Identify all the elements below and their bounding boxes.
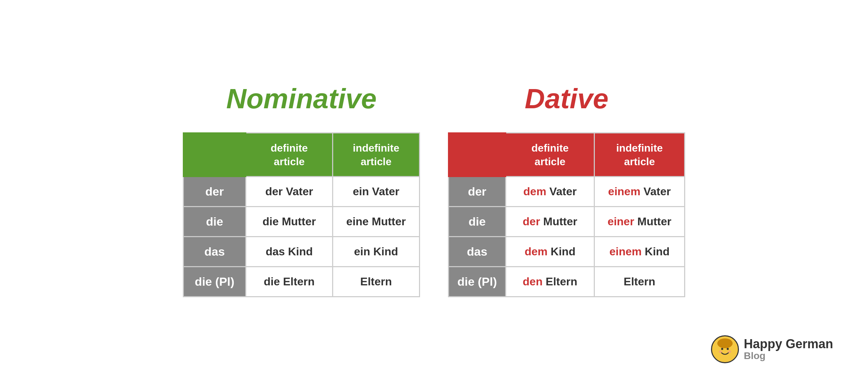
dat-article-das: das: [449, 237, 506, 267]
svg-point-5: [719, 351, 722, 353]
nom-indef-pl: Eltern: [332, 267, 419, 297]
main-content: Nominative definitearticle indefiniteart…: [0, 69, 868, 311]
dat-def-die: der Mutter: [506, 207, 594, 237]
dat-def-pl: den Eltern: [506, 267, 594, 297]
dative-title: Dative: [525, 83, 608, 115]
nominative-section: Nominative definitearticle indefiniteart…: [183, 83, 420, 297]
dat-article-der: der: [449, 177, 506, 207]
dat-corner-header: [449, 133, 506, 177]
table-row: das das Kind ein Kind: [184, 237, 420, 267]
table-row: die der Mutter einer Mutter: [449, 207, 685, 237]
branding-avatar: [711, 335, 739, 363]
dat-indefinite-header: indefinitearticle: [594, 133, 684, 177]
dat-def-der: dem Vater: [506, 177, 594, 207]
nominative-title: Nominative: [226, 83, 376, 115]
nom-def-das: das Kind: [246, 237, 333, 267]
svg-point-2: [717, 338, 733, 348]
dative-table: definitearticle indefinitearticle der de…: [448, 132, 685, 297]
branding-blog: Blog: [744, 351, 833, 361]
nom-article-das: das: [184, 237, 246, 267]
nom-indef-der: ein Vater: [332, 177, 419, 207]
dat-indef-der: einem Vater: [594, 177, 684, 207]
svg-point-4: [727, 348, 729, 350]
nom-def-pl: die Eltern: [246, 267, 333, 297]
dat-definite-header: definitearticle: [506, 133, 594, 177]
nom-def-der: der Vater: [246, 177, 333, 207]
dative-section: Dative definitearticle indefinitearticle…: [448, 83, 685, 297]
nom-indefinite-header: indefinitearticle: [332, 133, 419, 177]
avatar-icon: [713, 337, 737, 361]
nom-definite-header: definitearticle: [246, 133, 333, 177]
table-row: der der Vater ein Vater: [184, 177, 420, 207]
nom-article-die: die: [184, 207, 246, 237]
table-row: die die Mutter eine Mutter: [184, 207, 420, 237]
table-row: der dem Vater einem Vater: [449, 177, 685, 207]
table-row: die (Pl) die Eltern Eltern: [184, 267, 420, 297]
dat-indef-pl: Eltern: [594, 267, 684, 297]
nom-indef-die: eine Mutter: [332, 207, 419, 237]
table-row: die (Pl) den Eltern Eltern: [449, 267, 685, 297]
nominative-table: definitearticle indefinitearticle der de…: [183, 132, 420, 297]
branding-text-block: Happy German Blog: [744, 337, 833, 361]
nom-indef-das: ein Kind: [332, 237, 419, 267]
dat-article-die: die: [449, 207, 506, 237]
nom-article-pl: die (Pl): [184, 267, 246, 297]
nom-def-die: die Mutter: [246, 207, 333, 237]
svg-point-6: [728, 351, 731, 353]
nom-article-der: der: [184, 177, 246, 207]
branding-name: Happy German: [744, 337, 833, 351]
dat-article-pl: die (Pl): [449, 267, 506, 297]
table-row: das dem Kind einem Kind: [449, 237, 685, 267]
dat-indef-das: einem Kind: [594, 237, 684, 267]
branding: Happy German Blog: [711, 335, 833, 363]
nom-corner-header: [184, 133, 246, 177]
svg-point-3: [721, 348, 723, 350]
dat-def-das: dem Kind: [506, 237, 594, 267]
dat-indef-die: einer Mutter: [594, 207, 684, 237]
